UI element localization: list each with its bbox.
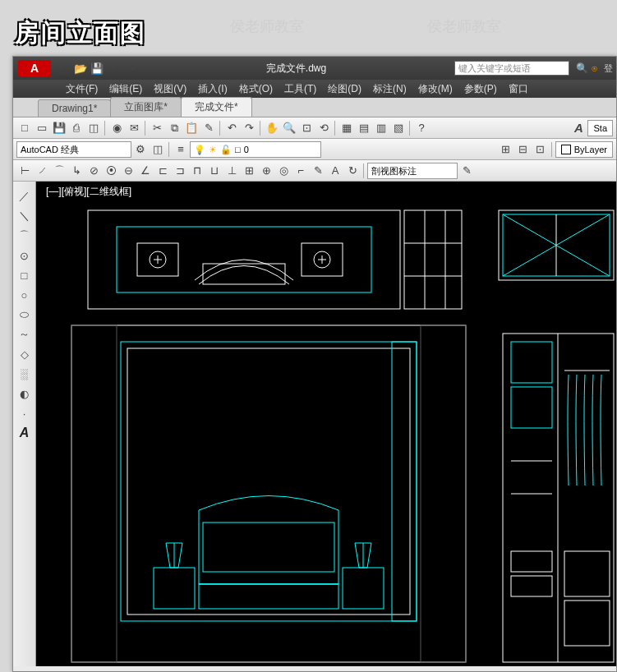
- menu-view[interactable]: 视图(V): [149, 81, 191, 98]
- save-icon[interactable]: 💾: [89, 60, 105, 76]
- dim-cont-icon[interactable]: ⊓: [189, 163, 205, 179]
- polygon-icon[interactable]: ⊙: [16, 247, 33, 264]
- design-icon[interactable]: ▤: [356, 120, 372, 136]
- style-box[interactable]: Sta: [587, 120, 613, 136]
- inspect-icon[interactable]: ◎: [275, 163, 292, 179]
- edit-icon[interactable]: ✎: [310, 163, 326, 179]
- zoom-window-icon[interactable]: ⊡: [298, 120, 315, 136]
- workspace-select[interactable]: AutoCAD 经典: [16, 141, 131, 158]
- publish-icon[interactable]: ◉: [108, 120, 125, 136]
- text-style-icon[interactable]: A: [570, 120, 587, 136]
- jogline-icon[interactable]: ⌐: [292, 163, 309, 179]
- layer-off-icon[interactable]: ⊡: [532, 141, 549, 158]
- undo-icon[interactable]: ↶: [105, 60, 122, 76]
- color-select[interactable]: ByLayer: [555, 141, 613, 158]
- dim-ang-icon[interactable]: ∠: [137, 163, 154, 179]
- dim-arc-icon[interactable]: ⌒: [51, 163, 67, 179]
- save-icon[interactable]: 💾: [51, 120, 67, 136]
- help-icon[interactable]: ⍟: [592, 62, 597, 74]
- login-button[interactable]: 登: [604, 62, 613, 75]
- pan-icon[interactable]: ✋: [264, 120, 280, 136]
- menu-format[interactable]: 格式(O): [234, 81, 278, 98]
- dim-rad-icon[interactable]: ⊘: [85, 163, 102, 179]
- spline-icon[interactable]: ～: [16, 326, 33, 343]
- cut-icon[interactable]: ✂: [149, 120, 165, 136]
- text-icon[interactable]: A: [16, 425, 33, 441]
- tab-library[interactable]: 立面图库*: [110, 97, 182, 117]
- ellipsearc-icon[interactable]: ◇: [16, 346, 33, 362]
- dim-space-icon[interactable]: ⊔: [206, 163, 223, 179]
- line-icon[interactable]: ／: [16, 188, 33, 205]
- open-icon[interactable]: ▭: [34, 120, 50, 136]
- gear-icon[interactable]: ⚙: [132, 141, 149, 158]
- drawing-canvas[interactable]: [—][俯视][二维线框]: [36, 182, 616, 666]
- zoom-icon[interactable]: 🔍: [281, 120, 297, 136]
- tol-icon[interactable]: ⊞: [241, 163, 257, 179]
- viewport-label[interactable]: [—][俯视][二维线框]: [46, 185, 131, 199]
- dimstyle-icon[interactable]: ✎: [458, 163, 475, 179]
- print-icon[interactable]: ⎙: [68, 120, 85, 136]
- pline-icon[interactable]: ⌒: [16, 228, 33, 244]
- point-icon[interactable]: ·: [16, 405, 33, 421]
- copy-icon[interactable]: ⧉: [166, 120, 182, 136]
- redo-icon[interactable]: ↷: [241, 120, 257, 136]
- center-icon[interactable]: ⊕: [258, 163, 274, 179]
- match-icon[interactable]: ✎: [200, 120, 217, 136]
- rect-icon[interactable]: □: [16, 267, 33, 283]
- dim-quick-icon[interactable]: ⊏: [154, 163, 171, 179]
- undo-icon[interactable]: ↶: [223, 120, 240, 136]
- dim-base-icon[interactable]: ⊐: [172, 163, 188, 179]
- tool-icon[interactable]: ▥: [373, 120, 389, 136]
- menu-edit[interactable]: 编辑(E): [104, 81, 147, 98]
- clean-icon[interactable]: ▧: [390, 120, 407, 136]
- new-icon[interactable]: □: [16, 120, 33, 136]
- menu-insert[interactable]: 插入(I): [193, 81, 232, 98]
- menu-modify[interactable]: 修改(M): [413, 81, 458, 98]
- app-logo[interactable]: A: [18, 60, 51, 76]
- ellipse-icon[interactable]: ⬭: [16, 306, 33, 323]
- help-icon[interactable]: ?: [413, 120, 430, 136]
- hatch-icon[interactable]: ░: [16, 366, 33, 382]
- layer-state-icon[interactable]: ⊞: [498, 141, 514, 158]
- search-input[interactable]: 键入关键字或短语: [454, 61, 569, 76]
- tab-current[interactable]: 完成文件*: [181, 97, 252, 117]
- circle-icon[interactable]: ○: [16, 287, 33, 303]
- dim-ord-icon[interactable]: ↳: [68, 163, 85, 179]
- workspace-icon[interactable]: ◫: [150, 141, 166, 158]
- menu-file[interactable]: 文件(F): [61, 81, 103, 98]
- dim-jog-icon[interactable]: ⦿: [103, 163, 119, 179]
- xline-icon[interactable]: ＼: [16, 208, 33, 224]
- textedit-icon[interactable]: A: [327, 163, 343, 179]
- layer-select[interactable]: 💡 ☀ 🔓 □ 0: [190, 141, 321, 158]
- layer-props-icon[interactable]: ≡: [173, 141, 189, 158]
- gradient-icon[interactable]: ◐: [16, 385, 33, 402]
- props-icon[interactable]: ▦: [338, 120, 355, 136]
- separator: [551, 142, 553, 157]
- open-icon[interactable]: 📂: [72, 60, 89, 76]
- dimstyle-select[interactable]: 剖视图标注: [367, 163, 458, 179]
- separator: [145, 121, 146, 136]
- layer-iso-icon[interactable]: ⊟: [515, 141, 532, 158]
- titlebar: A ▢ 📂 💾 ↶ ↷ 完成文件.dwg 键入关键字或短语 🔍 ⍟ 登: [13, 57, 616, 80]
- svg-rect-24: [343, 568, 384, 609]
- search-icon[interactable]: 🔍: [576, 62, 588, 74]
- dim-break-icon[interactable]: ⊥: [223, 163, 240, 179]
- tab-drawing1[interactable]: Drawing1*: [38, 99, 111, 117]
- dim-dia-icon[interactable]: ⊖: [120, 163, 136, 179]
- draw-toolbar: ／ ＼ ⌒ ⊙ □ ○ ⬭ ～ ◇ ░ ◐ · A: [13, 182, 36, 666]
- separator: [409, 121, 411, 136]
- preview-icon[interactable]: ◫: [85, 120, 102, 136]
- send-icon[interactable]: ✉: [126, 120, 142, 136]
- redo-icon[interactable]: ↷: [122, 60, 138, 76]
- new-icon[interactable]: ▢: [56, 60, 72, 76]
- menu-tools[interactable]: 工具(T): [279, 81, 321, 98]
- paste-icon[interactable]: 📋: [183, 120, 200, 136]
- dim-aligned-icon[interactable]: ⟋: [34, 163, 50, 179]
- menu-param[interactable]: 参数(P): [459, 81, 502, 98]
- zoom-prev-icon[interactable]: ⟲: [315, 120, 332, 136]
- menu-dim[interactable]: 标注(N): [368, 81, 412, 98]
- menu-draw[interactable]: 绘图(D): [323, 81, 366, 98]
- menu-window[interactable]: 窗口: [504, 81, 533, 98]
- update-icon[interactable]: ↻: [344, 163, 361, 179]
- dim-linear-icon[interactable]: ⊢: [16, 163, 33, 179]
